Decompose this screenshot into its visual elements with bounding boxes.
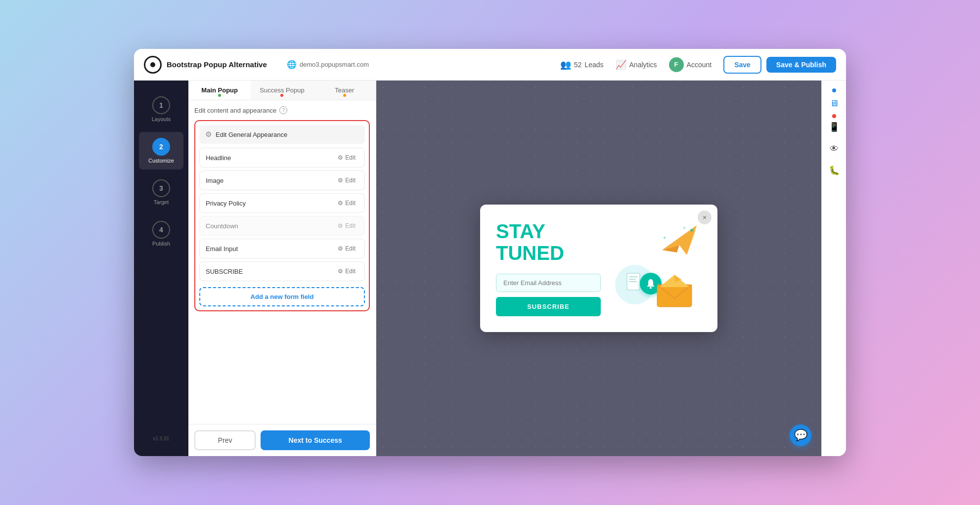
url-bar: 🌐 demo3.popupsmart.com xyxy=(287,60,369,69)
chat-button[interactable]: 💬 xyxy=(790,424,811,446)
panel-tabs: Main Popup Success Popup Teaser xyxy=(188,81,376,100)
version-label: v1.5.91 xyxy=(153,436,170,446)
tab-teaser[interactable]: Teaser xyxy=(313,81,376,100)
field-name-headline: Headline xyxy=(206,154,231,162)
gear-icon-countdown: ⚙ xyxy=(338,222,343,229)
help-icon[interactable]: ? xyxy=(279,106,287,114)
chat-icon: 💬 xyxy=(794,429,807,442)
svg-rect-11 xyxy=(657,285,692,307)
eye-view-button[interactable]: 👁 xyxy=(825,140,843,158)
eye-icon: 👁 xyxy=(830,144,839,154)
svg-rect-7 xyxy=(629,276,638,277)
gear-icon-email-input: ⚙ xyxy=(338,245,343,252)
field-row-countdown: Countdown ⚙ Edit xyxy=(199,216,365,236)
popup-email-input[interactable] xyxy=(496,274,601,292)
sidebar-step-customize[interactable]: 2 Customize xyxy=(139,132,183,169)
field-row-image: Image ⚙ Edit xyxy=(199,170,365,190)
envelope-icon xyxy=(655,275,699,309)
svg-point-4 xyxy=(664,237,666,239)
tab-dot-success xyxy=(280,94,283,97)
svg-point-3 xyxy=(690,229,693,232)
app-title: Bootstrap Popup Alternative xyxy=(167,60,267,69)
panel-footer: Prev Next to Success xyxy=(188,424,376,456)
field-name-email-input: Email Input xyxy=(206,245,238,252)
step-circle-2: 2 xyxy=(152,138,170,156)
edit-image-button[interactable]: ⚙ Edit xyxy=(335,176,358,185)
popup-preview: × STAY TUNED SUBSCRIBE xyxy=(480,205,717,332)
right-toolbar: 🖥 📱 👁 🐛 xyxy=(821,81,846,456)
svg-rect-9 xyxy=(629,281,637,282)
tab-dot-teaser xyxy=(343,94,346,97)
popup-subscribe-button[interactable]: SUBSCRIBE xyxy=(496,297,601,316)
left-sidebar: 1 Layouts 2 Customize 3 Target 4 xyxy=(134,81,188,456)
analytics-nav-item[interactable]: 📈 Analytics xyxy=(616,59,657,70)
mobile-view-button[interactable]: 📱 xyxy=(825,118,843,136)
logo-circle xyxy=(144,56,162,74)
popup-title: STAY TUNED xyxy=(496,220,601,264)
globe-icon: 🌐 xyxy=(287,60,297,69)
step-circle-1: 1 xyxy=(152,96,170,114)
step-circle-4: 4 xyxy=(152,221,170,239)
account-nav-item[interactable]: F Account xyxy=(669,57,712,72)
analytics-label: Analytics xyxy=(629,61,657,69)
gear-icon-subscribe: ⚙ xyxy=(338,268,343,275)
account-label: Account xyxy=(687,61,712,69)
add-field-button[interactable]: Add a new form field xyxy=(199,287,365,306)
step-label-publish: Publish xyxy=(152,241,170,247)
sidebar-step-target[interactable]: 3 Target xyxy=(139,173,183,211)
tab-main-popup[interactable]: Main Popup xyxy=(188,81,251,100)
canvas-area: × STAY TUNED SUBSCRIBE xyxy=(376,81,821,456)
panel: Main Popup Success Popup Teaser Edit con… xyxy=(188,81,376,456)
edit-privacy-button[interactable]: ⚙ Edit xyxy=(335,199,358,208)
save-publish-button[interactable]: Save & Publish xyxy=(766,57,836,73)
bug-button[interactable]: 🐛 xyxy=(825,162,843,179)
save-button[interactable]: Save xyxy=(723,56,761,74)
mobile-icon: 📱 xyxy=(829,122,840,132)
general-appearance-button[interactable]: ⚙ Edit General Appearance xyxy=(199,125,365,144)
edit-email-input-button[interactable]: ⚙ Edit xyxy=(335,244,358,253)
logo-dot xyxy=(150,62,155,67)
bug-icon: 🐛 xyxy=(829,165,840,176)
field-name-subscribe: SUBSCRIBE xyxy=(206,268,243,275)
leads-icon: 👥 xyxy=(560,59,571,70)
gear-icon-image: ⚙ xyxy=(338,177,343,184)
field-name-countdown: Countdown xyxy=(206,222,238,230)
gear-icon-privacy: ⚙ xyxy=(338,200,343,207)
main-layout: 1 Layouts 2 Customize 3 Target 4 xyxy=(134,81,846,456)
edit-subscribe-button[interactable]: ⚙ Edit xyxy=(335,267,358,276)
popup-left: STAY TUNED SUBSCRIBE xyxy=(496,220,601,316)
field-row-email-input: Email Input ⚙ Edit xyxy=(199,239,365,258)
sidebar-step-publish[interactable]: 4 Publish xyxy=(139,215,183,252)
tab-success-popup[interactable]: Success Popup xyxy=(251,81,313,100)
leads-nav-item[interactable]: 👥 52 Leads xyxy=(560,59,604,70)
header-nav: 👥 52 Leads 📈 Analytics F Account xyxy=(560,57,712,72)
desktop-view-button[interactable]: 🖥 xyxy=(825,94,843,112)
field-row-subscribe: SUBSCRIBE ⚙ Edit xyxy=(199,261,365,281)
gear-icon-headline: ⚙ xyxy=(338,154,343,161)
popup-illustration xyxy=(613,220,702,309)
section-header: Edit content and appearance ? xyxy=(194,106,370,114)
prev-button[interactable]: Prev xyxy=(194,430,256,450)
next-button[interactable]: Next to Success xyxy=(261,430,370,450)
desktop-indicator xyxy=(832,88,836,92)
svg-point-5 xyxy=(683,227,685,229)
edit-headline-button[interactable]: ⚙ Edit xyxy=(335,153,358,162)
app-window: Bootstrap Popup Alternative 🌐 demo3.popu… xyxy=(134,49,846,456)
step-label-target: Target xyxy=(154,199,169,205)
desktop-icon: 🖥 xyxy=(830,98,839,109)
sidebar-step-layouts[interactable]: 1 Layouts xyxy=(139,90,183,128)
edit-countdown-button[interactable]: ⚙ Edit xyxy=(335,221,358,230)
tab-dot-main xyxy=(218,94,221,97)
step-label-customize: Customize xyxy=(148,158,174,164)
panel-content: Edit content and appearance ? ⚙ Edit Gen… xyxy=(188,100,376,424)
paper-plane-icon xyxy=(657,220,702,257)
leads-label: Leads xyxy=(584,61,603,69)
step-label-layouts: Layouts xyxy=(152,116,171,122)
header: Bootstrap Popup Alternative 🌐 demo3.popu… xyxy=(134,49,846,81)
logo: Bootstrap Popup Alternative xyxy=(144,56,267,74)
analytics-icon: 📈 xyxy=(616,59,626,70)
gear-icon: ⚙ xyxy=(205,130,212,139)
account-avatar: F xyxy=(669,57,684,72)
field-name-privacy: Privacy Policy xyxy=(206,200,246,207)
svg-rect-8 xyxy=(629,279,636,280)
